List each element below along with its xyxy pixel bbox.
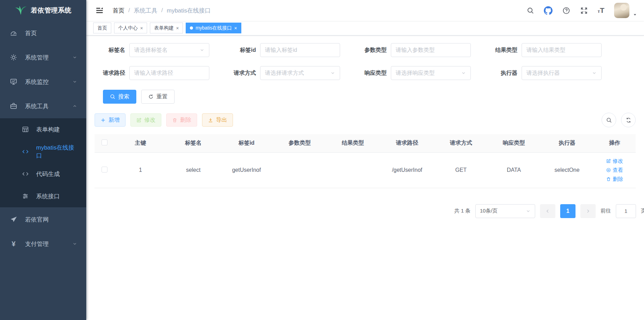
next-page-button[interactable] bbox=[580, 204, 596, 218]
sidebar-item-mybatis-api[interactable]: mybatis在线接口 bbox=[0, 141, 86, 163]
user-menu[interactable] bbox=[614, 3, 637, 18]
sidebar-item-label: 系统工具 bbox=[25, 102, 49, 110]
chevron-up-icon bbox=[72, 104, 77, 109]
field-label: 参数类型 bbox=[356, 47, 387, 54]
column-header: 操作 bbox=[594, 134, 636, 152]
search-icon[interactable] bbox=[527, 7, 534, 14]
page-content: 标签名 请选择标签名 标签id 参数类型 bbox=[86, 35, 644, 320]
sidebar-item-label: 支付管理 bbox=[25, 240, 49, 248]
page-number-1[interactable]: 1 bbox=[560, 204, 575, 218]
cell-operations: 修改 查看 删除 bbox=[594, 152, 636, 188]
field-label: 结果类型 bbox=[487, 47, 517, 54]
reset-button[interactable]: 重置 bbox=[141, 90, 175, 104]
sidebar-item-label: mybatis在线接口 bbox=[36, 144, 77, 160]
export-button[interactable]: 导出 bbox=[202, 113, 233, 127]
filter-response-type: 响应类型 请选择响应类型 bbox=[356, 66, 471, 80]
dashboard-icon bbox=[9, 29, 18, 38]
result-type-input-wrap bbox=[522, 43, 602, 57]
goto-page-input[interactable] bbox=[616, 204, 636, 218]
code-icon bbox=[21, 147, 30, 156]
label-name-select[interactable]: 请选择标签名 bbox=[129, 43, 209, 57]
sidebar-submenu-tools: 表单构建 mybatis在线接口 代 bbox=[0, 118, 86, 207]
result-type-input[interactable] bbox=[526, 47, 597, 53]
sidebar-item-label: 若依官网 bbox=[25, 216, 49, 224]
request-method-select[interactable]: 请选择请求方式 bbox=[260, 66, 340, 80]
sidebar-item-label: 系统接口 bbox=[36, 192, 60, 200]
tab-mybatis-api[interactable]: mybatis在线接口 × bbox=[186, 23, 241, 33]
label-id-input[interactable] bbox=[265, 47, 335, 53]
column-header: 主键 bbox=[114, 134, 167, 152]
sidebar-item-code-gen[interactable]: 代码生成 bbox=[0, 163, 86, 185]
tab-home[interactable]: 首页 bbox=[93, 23, 111, 33]
sidebar-item-system-api[interactable]: 系统接口 bbox=[0, 185, 86, 207]
edit-button[interactable]: 修改 bbox=[130, 113, 161, 127]
sidebar-item-system-manage[interactable]: 系统管理 bbox=[0, 45, 86, 70]
close-icon[interactable]: × bbox=[140, 25, 143, 31]
row-checkbox[interactable] bbox=[102, 167, 107, 173]
sidebar-toggle-icon[interactable] bbox=[93, 6, 106, 15]
cell-label-name: select bbox=[167, 152, 220, 188]
breadcrumb-system-tools[interactable]: 系统工具 bbox=[134, 7, 158, 15]
sidebar-item-form-builder[interactable]: 表单构建 bbox=[0, 118, 86, 141]
sliders-icon bbox=[21, 192, 30, 201]
field-label: 请求方式 bbox=[225, 70, 256, 77]
pagination: 共 1 条 10条/页 1 前往 页 bbox=[95, 204, 644, 218]
delete-button[interactable]: 删除 bbox=[166, 113, 197, 127]
sidebar-item-system-monitor[interactable]: 系统监控 bbox=[0, 70, 86, 94]
row-edit-link[interactable]: 修改 bbox=[606, 158, 623, 165]
sidebar-item-payment[interactable]: ¥ 支付管理 bbox=[0, 232, 86, 256]
chevron-down-icon bbox=[72, 241, 77, 246]
pagination-total: 共 1 条 bbox=[454, 208, 470, 214]
breadcrumb-separator: / bbox=[161, 7, 163, 14]
app-logo[interactable]: 若依管理系统 bbox=[0, 0, 86, 21]
close-icon[interactable]: × bbox=[234, 25, 237, 31]
tab-profile[interactable]: 个人中心 × bbox=[114, 23, 147, 33]
toggle-search-button[interactable] bbox=[602, 113, 616, 127]
avatar[interactable] bbox=[614, 3, 629, 18]
chevron-down-icon bbox=[461, 71, 466, 75]
page-size-select[interactable]: 10条/页 bbox=[475, 204, 535, 218]
sidebar-item-official-site[interactable]: 若依官网 bbox=[0, 207, 86, 232]
close-icon[interactable]: × bbox=[176, 25, 179, 31]
param-type-input[interactable] bbox=[396, 47, 466, 53]
filter-label-id: 标签id bbox=[225, 43, 340, 57]
refresh-table-button[interactable] bbox=[621, 113, 636, 127]
cell-executor: selectOne bbox=[540, 152, 594, 188]
main-area: 首页 / 系统工具 / mybatis在线接口 bbox=[86, 0, 644, 320]
breadcrumb: 首页 / 系统工具 / mybatis在线接口 bbox=[113, 7, 211, 15]
column-header: 请求路径 bbox=[379, 134, 435, 152]
fullscreen-icon[interactable] bbox=[580, 7, 588, 15]
cell-select bbox=[95, 152, 114, 188]
add-button[interactable]: 新增 bbox=[95, 113, 126, 127]
filter-result-type: 结果类型 bbox=[487, 43, 602, 57]
executor-select[interactable]: 请选择执行器 bbox=[522, 66, 602, 80]
font-size-icon[interactable]: тT bbox=[598, 6, 604, 15]
plus-icon bbox=[100, 118, 106, 123]
help-icon[interactable] bbox=[562, 7, 570, 15]
tab-form-builder[interactable]: 表单构建 × bbox=[150, 23, 183, 33]
table-header-row: 主键 标签名 标签id 参数类型 结果类型 请求路径 请求方式 响应类型 执行器… bbox=[95, 134, 636, 152]
breadcrumb-home[interactable]: 首页 bbox=[113, 7, 124, 15]
cell-param-type bbox=[273, 152, 326, 188]
filter-param-type: 参数类型 bbox=[356, 43, 471, 57]
response-type-select[interactable]: 请选择响应类型 bbox=[391, 66, 471, 80]
tab-label: mybatis在线接口 bbox=[195, 25, 232, 31]
view-icon bbox=[606, 168, 611, 173]
prev-page-button[interactable] bbox=[540, 204, 555, 218]
sidebar-item-home[interactable]: 首页 bbox=[0, 21, 86, 45]
param-type-input-wrap bbox=[391, 43, 471, 57]
row-delete-link[interactable]: 删除 bbox=[606, 176, 623, 183]
table-row[interactable]: 1 select getUserInof /getUserInof GET DA… bbox=[95, 152, 636, 188]
cell-request-method: GET bbox=[435, 152, 487, 188]
select-all-checkbox[interactable] bbox=[102, 139, 107, 145]
row-view-link[interactable]: 查看 bbox=[606, 167, 623, 174]
search-button-row: 搜索 重置 bbox=[103, 90, 636, 104]
filter-executor: 执行器 请选择执行器 bbox=[487, 66, 602, 80]
chevron-down-icon bbox=[592, 71, 597, 75]
search-icon bbox=[110, 94, 115, 99]
sidebar-item-system-tools[interactable]: 系统工具 bbox=[0, 94, 86, 118]
sidebar: 若依管理系统 首页 系统管理 bbox=[0, 0, 86, 320]
github-icon[interactable] bbox=[544, 6, 553, 15]
search-button[interactable]: 搜索 bbox=[103, 90, 136, 104]
request-path-input[interactable] bbox=[134, 70, 204, 76]
